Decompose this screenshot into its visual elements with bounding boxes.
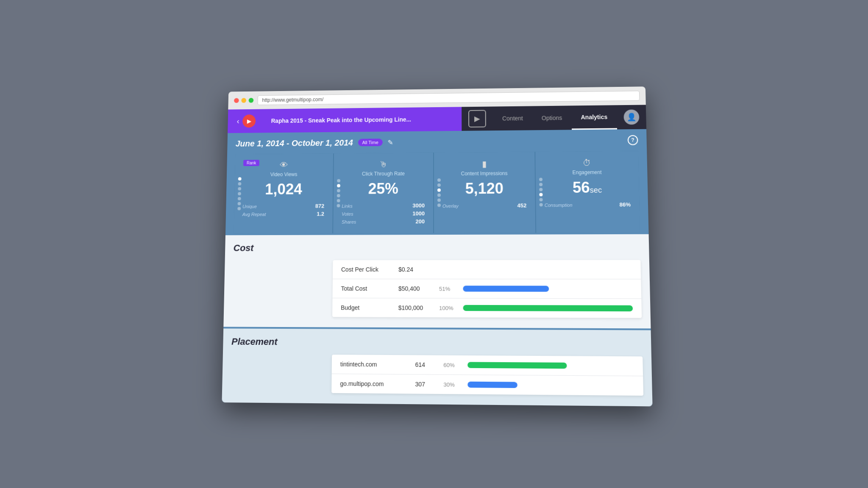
close-button[interactable] <box>234 98 239 103</box>
budget-value: $100,000 <box>398 304 432 311</box>
video-preview-icon[interactable]: ▶ <box>468 110 486 127</box>
links-label: Links <box>342 203 352 208</box>
dot <box>437 203 441 207</box>
cost-row-cpc: Cost Per Click $0.24 <box>333 260 641 279</box>
dot <box>437 193 441 197</box>
nav-logo: ‹ ▶ <box>228 109 265 133</box>
budget-bar-wrap <box>463 305 633 311</box>
nav-options[interactable]: Options <box>532 105 572 130</box>
dot <box>337 179 340 182</box>
impressions-icon: ▮ <box>442 158 526 169</box>
dot <box>238 197 241 200</box>
cost-table: Cost Per Click $0.24 Total Cost $50,400 … <box>332 260 642 318</box>
dot <box>540 203 543 206</box>
cost-section: Cost Cost Per Click $0.24 Total Cost $50… <box>223 234 651 328</box>
stat-sub-rows: Overlay 452 <box>442 202 527 209</box>
address-bar[interactable]: http://www.getmultipop.com/ <box>258 91 640 105</box>
stat-sub-row: Overlay 452 <box>442 202 527 209</box>
multipop-label: go.multipop.com <box>340 380 408 388</box>
stat-dots <box>539 177 543 206</box>
play-button[interactable]: ▶ <box>242 114 256 128</box>
links-value: 3000 <box>412 202 425 208</box>
stat-sub-row: Avg Repeat 1.2 <box>242 211 324 217</box>
avg-repeat-value: 1.2 <box>317 211 324 217</box>
cpc-value: $0.24 <box>398 266 432 273</box>
dot <box>337 184 340 187</box>
stat-dots <box>237 177 241 210</box>
dot <box>437 198 441 202</box>
dot <box>238 202 241 205</box>
nav-content[interactable]: Content <box>493 106 532 130</box>
nav-title: Rapha 2015 - Sneak Peak into the Upcomin… <box>271 115 412 124</box>
help-icon[interactable]: ? <box>628 135 638 145</box>
tintintech-bar-wrap <box>467 362 634 369</box>
tintintech-bar <box>467 362 567 369</box>
consumption-label: Consumption <box>545 202 573 207</box>
dot <box>337 204 340 207</box>
dot <box>337 199 340 202</box>
stats-grid: Rank 👁 Video Views 1,024 <box>234 151 640 233</box>
overlay-label: Overlay <box>442 203 459 208</box>
overlay-value: 452 <box>517 202 526 208</box>
nav-analytics[interactable]: Analytics <box>571 105 617 130</box>
stat-sub-row: Links 3000 <box>342 202 425 209</box>
dot <box>337 194 340 197</box>
stat-card-video-views: Rank 👁 Video Views 1,024 <box>234 153 334 233</box>
shares-value: 200 <box>415 218 425 225</box>
engagement-unit: sec <box>590 186 602 194</box>
edit-icon[interactable]: ✎ <box>387 138 393 146</box>
nav-links: Content Options Analytics <box>493 105 617 130</box>
stat-sub-row: Unique 872 <box>242 202 324 209</box>
stat-value-impressions: 5,120 <box>442 179 526 197</box>
dot <box>539 193 542 196</box>
traffic-lights <box>234 98 253 103</box>
cost-title: Cost <box>233 242 640 254</box>
shares-label: Shares <box>342 219 356 224</box>
stats-section: June 1, 2014 - October 1, 2014 All Time … <box>225 129 648 233</box>
stat-value-ctr: 25% <box>342 180 425 197</box>
avg-repeat-label: Avg Repeat <box>242 211 266 216</box>
timer-icon: ⏱ <box>544 158 630 168</box>
total-cost-value: $50,400 <box>398 285 432 292</box>
unique-label: Unique <box>242 203 257 208</box>
stat-label: Engagement <box>544 169 630 175</box>
minimize-button[interactable] <box>241 98 246 103</box>
stat-label: Content Impressions <box>442 170 526 177</box>
dot <box>437 183 441 187</box>
budget-pct: 100% <box>439 305 456 311</box>
stat-sub-rows: Links 3000 Votes 1000 Shares 200 <box>342 202 425 225</box>
user-avatar[interactable]: 👤 <box>623 109 639 125</box>
total-cost-bar-wrap <box>463 286 632 292</box>
cursor-icon: 🖰 <box>342 159 425 169</box>
cost-row-total: Total Cost $50,400 51% <box>332 279 641 299</box>
stat-sub-row: Shares 200 <box>342 218 425 225</box>
multipop-pct: 30% <box>443 381 461 388</box>
tintintech-label: tintintech.com <box>340 360 409 368</box>
votes-label: Votes <box>342 211 353 216</box>
cost-row-budget: Budget $100,000 100% <box>332 298 642 318</box>
date-range-bar: June 1, 2014 - October 1, 2014 All Time … <box>236 135 638 148</box>
maximize-button[interactable] <box>249 98 254 103</box>
multipop-bar-wrap <box>467 381 634 389</box>
budget-label: Budget <box>341 304 392 311</box>
back-icon[interactable]: ‹ <box>237 116 239 125</box>
all-time-badge[interactable]: All Time <box>358 139 383 146</box>
stat-label: Video Views <box>243 171 325 177</box>
total-cost-pct: 51% <box>439 285 456 291</box>
placement-title: Placement <box>231 336 643 349</box>
total-cost-label: Total Cost <box>341 285 391 292</box>
multipop-bar <box>467 381 517 388</box>
unique-value: 872 <box>315 202 324 209</box>
cpc-label: Cost Per Click <box>341 266 392 273</box>
placement-table: tintintech.com 614 60% go.multipop.com 3… <box>331 355 643 396</box>
placement-row-multipop: go.multipop.com 307 30% <box>331 374 643 395</box>
multipop-count: 307 <box>415 380 437 388</box>
stat-value-engagement: 56sec <box>544 178 631 197</box>
stat-label: Click Through Rate <box>342 170 425 177</box>
stat-card-engagement: ⏱ Engagement 56sec Consumption 86% <box>535 151 640 233</box>
dot <box>238 182 242 185</box>
stat-sub-row: Consumption 86% <box>545 201 631 208</box>
stat-card-ctr: 🖰 Click Through Rate 25% Links 3000 Vote… <box>333 152 434 233</box>
dot <box>237 207 241 210</box>
placement-row-tintintech: tintintech.com 614 60% <box>332 355 643 376</box>
